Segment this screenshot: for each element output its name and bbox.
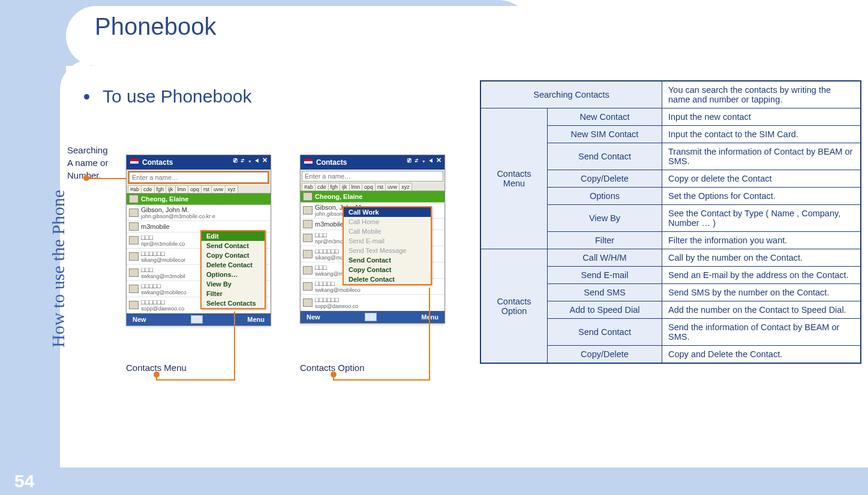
searching-caption-line: A name or (67, 158, 108, 168)
alpha-tab[interactable]: fgh (154, 185, 167, 193)
alpha-tab[interactable]: xyz (225, 185, 238, 193)
menu-header: Edit (202, 231, 265, 241)
contact-name: □□□□□ (315, 280, 335, 287)
contact-icon (129, 301, 139, 309)
contact-icon (129, 236, 139, 245)
contact-name: Gibson, John M. (141, 206, 189, 213)
table-desc: Filter the information you want. (662, 232, 861, 249)
contact-name: □□□ (141, 266, 153, 273)
window-title: Contacts (142, 158, 173, 167)
table-item: Send Contact (548, 143, 662, 170)
softkey-menu[interactable]: Menu (247, 316, 265, 323)
contact-icon (303, 220, 313, 228)
callout-line (156, 379, 234, 381)
tray-icons: ⎚ ⇄ ▾ ◀ ✕ (233, 156, 268, 164)
table-desc: Call by the number on the Contact. (662, 249, 861, 267)
menu-item[interactable]: Delete Contact (202, 260, 265, 270)
alpha-tab[interactable]: fgh (328, 183, 341, 191)
contacts-option-popup[interactable]: Call Work Call Home Call Mobile Send E-m… (343, 206, 432, 285)
contact-icon (129, 209, 139, 217)
alpha-tab[interactable]: #ab (128, 185, 142, 193)
menu-item[interactable]: View By (202, 279, 265, 289)
alpha-tab[interactable]: uvw (385, 183, 400, 191)
alpha-tab[interactable]: rst (375, 183, 386, 191)
menu-item[interactable]: Call Work (344, 207, 431, 217)
searching-caption: Searching A name or Number. (67, 144, 121, 182)
menu-item-disabled: Call Home (344, 217, 431, 227)
contact-icon (303, 298, 313, 307)
contact-row-selected[interactable]: Cheong, Elaine (301, 191, 444, 203)
contact-icon (303, 266, 313, 274)
contact-icon (303, 234, 313, 242)
contacts-menu-popup[interactable]: Edit Send Contact Copy Contact Delete Co… (200, 230, 266, 309)
page-title: Phonebook (95, 13, 216, 40)
keyboard-icon[interactable] (191, 315, 203, 324)
menu-item[interactable]: Delete Contact (344, 274, 431, 284)
table-desc: Send an E-mail by the address on the Con… (662, 267, 861, 284)
alpha-tab[interactable]: opq (362, 183, 376, 191)
keyboard-icon[interactable] (365, 313, 377, 321)
alpha-tabs[interactable]: #ab cde fgh ijk lmn opq rst uvw xyz (301, 183, 444, 191)
bullet-icon (84, 94, 89, 99)
menu-item[interactable]: Send Contact (202, 241, 265, 250)
softkey-bar: New Menu (301, 311, 444, 323)
table-desc: Copy or delete the Contact (662, 170, 861, 188)
page-number: 54 (14, 471, 34, 491)
menu-item[interactable]: Select Contacts (202, 298, 265, 308)
contact-icon (129, 195, 139, 203)
search-input[interactable] (302, 171, 443, 182)
contact-name: □□□ (315, 231, 327, 239)
table-group: Contacts Option (480, 249, 548, 364)
menu-item[interactable]: Copy Contact (202, 250, 265, 260)
alpha-tab[interactable]: uvw (211, 185, 226, 193)
menu-item[interactable]: Send Contact (344, 255, 431, 265)
menu-item[interactable]: Options… (202, 270, 265, 279)
contact-icon (129, 222, 139, 231)
contact-icon (303, 250, 313, 258)
screenshot-contacts-menu: Contacts ⎚ ⇄ ▾ ◀ ✕ #ab cde fgh ijk lmn o… (126, 155, 271, 326)
alpha-tab[interactable]: opq (188, 185, 202, 193)
callout-line (333, 379, 429, 381)
callout-dot-icon (331, 372, 337, 378)
sub-title-row: To use Phonebook (84, 86, 252, 107)
start-flag-icon (130, 159, 139, 166)
contact-row[interactable]: □□□□□□sopp@daewoo.co (301, 295, 444, 311)
alpha-tab[interactable]: ijk (340, 183, 350, 191)
callout-line (234, 312, 235, 381)
table-item: Call W/H/M (548, 249, 662, 267)
menu-item[interactable]: Filter (202, 289, 265, 298)
table-item: New SIM Contact (548, 126, 662, 143)
window-titlebar: Contacts ⎚ ⇄ ▾ ◀ ✕ (301, 155, 444, 170)
contact-icon (303, 282, 313, 291)
alpha-tab[interactable]: ijk (166, 185, 176, 193)
softkey-new[interactable]: New (307, 313, 320, 321)
search-input[interactable] (129, 172, 268, 183)
contact-name: □□□□□□ (315, 248, 339, 255)
callout-line (429, 288, 430, 381)
contact-row-selected[interactable]: Cheong, Elaine (127, 194, 271, 205)
sidebar-section-title: How to use the Phone (48, 190, 68, 348)
contact-icon (129, 252, 139, 261)
menu-item[interactable]: Copy Contact (344, 265, 431, 274)
contact-name: □□□ (141, 234, 153, 241)
table-item: Options (548, 188, 662, 205)
table-item: Send E-mail (548, 267, 662, 284)
alpha-tabs[interactable]: #ab cde fgh ijk lmn opq rst uvw xyz (127, 185, 271, 194)
table-item: Filter (548, 232, 662, 249)
alpha-tab[interactable]: cde (315, 183, 329, 191)
contact-name: □□□□□ (141, 282, 161, 289)
alpha-tab[interactable]: #ab (302, 183, 316, 191)
contact-sub: john.gibson@m3mobile.co.kr e (141, 213, 268, 219)
alpha-tab[interactable]: lmn (175, 185, 189, 193)
contact-row[interactable]: Gibson, John M.john.gibson@m3mobile.co.k… (127, 205, 271, 221)
alpha-tab[interactable]: rst (201, 185, 212, 193)
contact-name: □□□□□□ (315, 296, 339, 303)
start-flag-icon (304, 159, 313, 166)
softkey-new[interactable]: New (133, 316, 146, 323)
sub-title: To use Phonebook (103, 86, 252, 107)
contact-icon (129, 285, 139, 293)
contact-name: m3mobile (141, 223, 170, 230)
alpha-tab[interactable]: xyz (399, 183, 412, 191)
alpha-tab[interactable]: lmn (349, 183, 363, 191)
alpha-tab[interactable]: cde (141, 185, 155, 193)
